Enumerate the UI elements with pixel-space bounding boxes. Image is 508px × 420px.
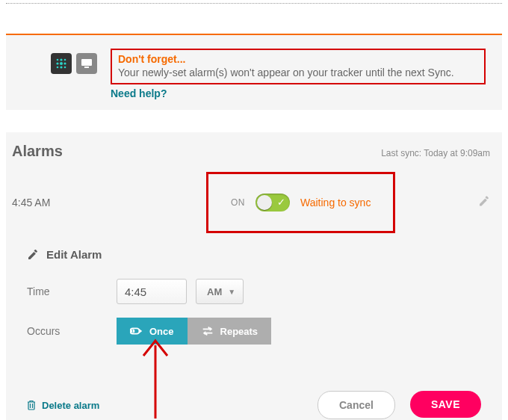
alarm-toggle[interactable]: ✓ [255,194,290,211]
chevron-down-icon: ▼ [228,288,235,296]
last-sync-label: Last sync: Today at 9:09am [381,148,490,158]
toggle-state-label: ON [231,197,245,208]
alarm-row[interactable]: 4:45 AM ON ✓ Waiting to sync [6,167,502,238]
time-field-label: Time [27,285,117,297]
banner-title: Don't forget... [118,53,478,65]
svg-point-4 [60,62,63,65]
svg-point-3 [56,62,58,64]
edit-alarm-panel: Edit Alarm Time AM ▼ Occurs 1 [6,238,502,420]
ampm-value: AM [207,286,222,297]
cancel-label: Cancel [339,399,374,411]
computer-device-icon [76,53,97,74]
trash-icon [27,400,36,410]
svg-point-1 [60,58,62,61]
svg-rect-10 [84,67,89,68]
annotation-highlight-banner: Don't forget... Your newly-set alarm(s) … [111,49,486,84]
divider [6,3,502,4]
alarm-sync-status: Waiting to sync [300,197,371,209]
alarm-time: 4:45 AM [12,197,206,209]
repeats-label: Repeats [220,326,258,337]
svg-point-2 [64,59,66,61]
occurs-once-button[interactable]: 1 Once [117,318,188,345]
svg-point-7 [60,66,62,68]
alarms-heading: Alarms [12,143,63,160]
cancel-button[interactable]: Cancel [318,391,395,419]
ampm-select[interactable]: AM ▼ [196,279,244,304]
svg-point-0 [57,59,59,61]
occurs-field-label: Occurs [27,325,117,337]
svg-point-8 [64,67,66,69]
delete-alarm-link[interactable]: Delete alarm [27,400,99,411]
delete-alarm-label: Delete alarm [42,400,99,411]
time-input[interactable] [117,279,187,304]
edit-row-icon[interactable] [478,196,490,210]
svg-rect-9 [81,59,92,66]
repeat-icon [201,326,214,336]
banner-body: Your newly-set alarm(s) won't appear on … [118,67,478,78]
save-label: SAVE [431,398,460,410]
svg-point-5 [64,62,66,64]
occurs-segmented: 1 Once Repeats [117,318,271,345]
once-label: Once [149,326,174,337]
annotation-highlight-toggle: ON ✓ Waiting to sync [206,172,395,233]
occurs-repeats-button[interactable]: Repeats [188,318,272,345]
pencil-icon [27,249,39,261]
need-help-link[interactable]: Need help? [111,87,486,99]
tracker-device-icon [51,53,72,74]
edit-alarm-title: Edit Alarm [46,248,102,261]
once-icon: 1 [130,326,143,336]
sync-reminder-banner: Don't forget... Your newly-set alarm(s) … [6,34,502,110]
svg-point-6 [57,67,59,69]
save-button[interactable]: SAVE [410,391,481,418]
